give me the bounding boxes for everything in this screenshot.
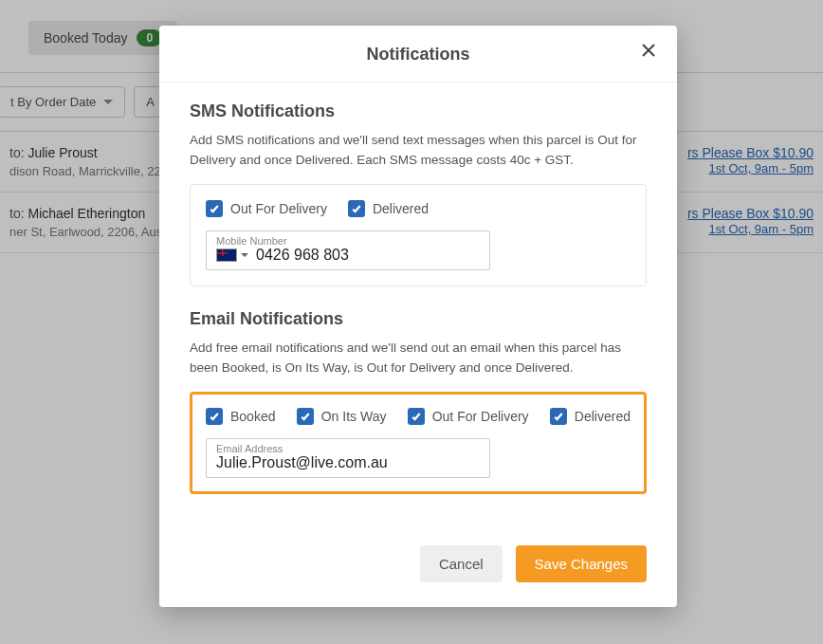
country-flag-selector[interactable]	[216, 248, 248, 262]
checkbox-icon	[550, 408, 567, 425]
email-value: Julie.Proust@live.com.au	[216, 454, 480, 471]
sms-check-row: Out For Delivery Delivered	[206, 200, 631, 217]
chevron-down-icon	[241, 253, 248, 257]
check-out-for-delivery[interactable]: Out For Delivery	[206, 200, 327, 217]
email-section-title: Email Notifications	[190, 309, 647, 329]
flag-au-icon	[216, 248, 237, 262]
email-label: Email Address	[216, 443, 480, 454]
sms-section-desc: Add SMS notifications and we'll send tex…	[190, 131, 647, 171]
save-changes-button[interactable]: Save Changes	[516, 545, 647, 582]
email-section-desc: Add free email notifications and we'll s…	[190, 339, 647, 378]
sms-panel: Out For Delivery Delivered Mobile Number…	[190, 184, 647, 286]
mobile-label: Mobile Number	[216, 235, 480, 247]
checkbox-icon	[408, 408, 425, 425]
check-booked[interactable]: Booked	[206, 408, 275, 425]
mobile-number-field[interactable]: Mobile Number 0426 968 803	[206, 230, 490, 270]
modal-header: Notifications	[159, 26, 677, 83]
notifications-modal: Notifications SMS Notifications Add SMS …	[159, 26, 677, 607]
checkbox-icon	[348, 200, 365, 217]
mobile-value: 0426 968 803	[256, 247, 349, 264]
modal-title: Notifications	[182, 45, 654, 64]
check-delivered[interactable]: Delivered	[550, 408, 631, 425]
cancel-button[interactable]: Cancel	[420, 545, 503, 582]
checkbox-icon	[297, 408, 314, 425]
modal-body: SMS Notifications Add SMS notifications …	[159, 83, 677, 536]
email-address-field[interactable]: Email Address Julie.Proust@live.com.au	[206, 438, 490, 478]
check-out-for-delivery[interactable]: Out For Delivery	[408, 408, 529, 425]
check-on-its-way[interactable]: On Its Way	[297, 408, 387, 425]
close-icon	[641, 45, 656, 61]
email-check-row: Booked On Its Way Out For Delivery Deliv…	[206, 408, 631, 425]
check-delivered[interactable]: Delivered	[348, 200, 429, 217]
modal-footer: Cancel Save Changes	[159, 536, 677, 607]
close-button[interactable]	[637, 43, 660, 65]
checkbox-icon	[206, 200, 223, 217]
sms-section-title: SMS Notifications	[190, 101, 647, 121]
email-panel: Booked On Its Way Out For Delivery Deliv…	[190, 392, 647, 494]
checkbox-icon	[206, 408, 223, 425]
